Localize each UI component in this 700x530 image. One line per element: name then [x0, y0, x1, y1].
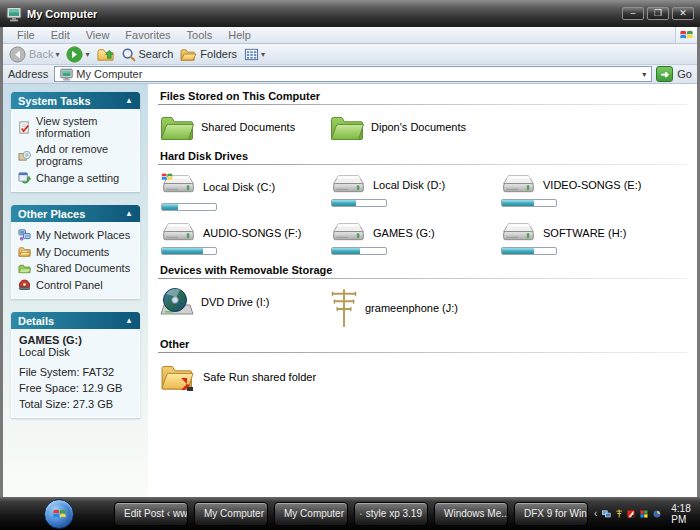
disk-usage-bar [331, 199, 387, 207]
sidebar-item-view-system-information[interactable]: View system information [14, 113, 137, 141]
sidebar-item-shared-documents[interactable]: Shared Documents [14, 260, 137, 276]
folder-icon [360, 509, 362, 519]
device-item-dvd-drive[interactable]: DVD Drive (I:) [160, 287, 330, 329]
section-hard-disk-drives: Hard Disk Drives Local Disk (C:) [158, 148, 687, 255]
menu-edit[interactable]: Edit [43, 29, 78, 41]
sidebar-item-control-panel[interactable]: Control Panel [14, 276, 137, 293]
drive-item-g[interactable]: GAMES (G:) [330, 221, 500, 255]
search-button[interactable]: Search [121, 47, 174, 62]
other-places-header[interactable]: Other Places ▲ [11, 205, 140, 222]
drive-icon [160, 221, 196, 244]
views-dropdown-icon[interactable]: ▾ [261, 50, 265, 59]
details-total-size: Total Size: 27.3 GB [19, 398, 132, 410]
kaspersky-tray-icon[interactable] [627, 509, 635, 519]
disk-usage-bar [161, 247, 217, 255]
folder-item-dipons-documents[interactable]: Dipon's Documents [330, 113, 500, 141]
menu-help[interactable]: Help [220, 29, 259, 41]
taskbar-button-label: DFX 9 for Win... [524, 508, 588, 519]
drive-icon [330, 173, 366, 196]
taskbar-button-edit-post[interactable]: Edit Post ‹ ww... [114, 502, 188, 526]
system-tasks-header[interactable]: System Tasks ▲ [11, 92, 140, 109]
drive-item-h[interactable]: SOFTWARE (H:) [500, 221, 670, 255]
window-title: My Computer [27, 8, 619, 20]
item-label: VIDEO-SONGS (E:) [543, 179, 641, 191]
back-button[interactable]: Back ▾ [9, 46, 59, 63]
taskbar-button-style-xp[interactable]: style xp 3.19 [354, 502, 428, 526]
my-documents-icon [18, 245, 31, 258]
drive-item-c[interactable]: Local Disk (C:) [160, 173, 330, 211]
title-bar[interactable]: My Computer – ❐ ✕ [0, 0, 700, 27]
system-tasks-body: View system information Add or remove pr… [11, 109, 140, 192]
windows-flag-icon [52, 507, 67, 521]
section-files-stored: Files Stored on This Computer Shared Doc… [158, 88, 687, 141]
menu-favorites[interactable]: Favorites [117, 29, 178, 41]
network-tray-icon[interactable] [602, 509, 611, 519]
sidebar-item-change-a-setting[interactable]: Change a setting [14, 169, 137, 186]
sidebar-item-label: Shared Documents [36, 262, 130, 274]
item-label: Shared Documents [201, 121, 295, 133]
taskbar-button-windows-media[interactable]: Windows Me... [434, 502, 508, 526]
device-item-grameenphone[interactable]: grameenphone (J:) [330, 287, 500, 329]
windows-flag-icon [679, 28, 694, 42]
details-body: GAMES (G:) Local Disk File System: FAT32… [11, 329, 140, 418]
windows-flag-tray-icon[interactable] [640, 509, 648, 519]
folders-button[interactable]: Folders [180, 47, 237, 62]
go-button[interactable]: ➜ [656, 66, 673, 82]
folder-item-safe-run[interactable]: Safe Run shared folder [160, 361, 330, 393]
taskbar: Edit Post ‹ ww... My Computer My Compute… [0, 497, 700, 530]
views-button[interactable]: ▾ [244, 47, 265, 62]
collapse-arrow-icon[interactable]: ▲ [125, 96, 133, 105]
windows-logo [675, 27, 697, 43]
disk-usage-bar [501, 247, 557, 255]
disk-usage-bar [331, 247, 387, 255]
address-input[interactable]: My Computer ▾ [54, 66, 652, 82]
item-label: SOFTWARE (H:) [543, 227, 626, 239]
item-label: Safe Run shared folder [203, 371, 316, 383]
collapse-arrow-icon[interactable]: ▲ [125, 209, 133, 218]
sidebar-item-add-remove-programs[interactable]: Add or remove programs [14, 141, 137, 169]
tray-expand-icon[interactable]: ‹ [594, 508, 597, 519]
system-info-icon [18, 121, 31, 134]
section-removable-storage: Devices with Removable Storage DVD Drive… [158, 262, 687, 329]
collapse-arrow-icon[interactable]: ▲ [125, 316, 133, 325]
close-button[interactable]: ✕ [672, 7, 694, 20]
sidebar-item-label: My Network Places [36, 229, 130, 241]
views-grid-icon [244, 47, 259, 62]
back-label: Back [29, 48, 53, 60]
swirl-tray-icon[interactable] [653, 509, 661, 519]
menu-tools[interactable]: Tools [179, 29, 221, 41]
details-drive-name: GAMES (G:) [19, 334, 132, 346]
restore-button[interactable]: ❐ [647, 7, 669, 20]
minimize-button[interactable]: – [622, 7, 644, 20]
taskbar-clock[interactable]: 4:18 PM [671, 503, 700, 525]
taskbar-button-my-computer-1[interactable]: My Computer [194, 502, 268, 526]
taskbar-button-label: My Computer [204, 508, 264, 519]
drive-item-f[interactable]: AUDIO-SONGS (F:) [160, 221, 330, 255]
taskbar-button-my-computer-2[interactable]: My Computer [274, 502, 348, 526]
address-bar: Address My Computer ▾ ➜ Go [3, 65, 697, 84]
details-header[interactable]: Details ▲ [11, 312, 140, 329]
address-dropdown-icon[interactable]: ▾ [639, 70, 649, 79]
sidebar-item-label: Control Panel [36, 279, 103, 291]
antenna-tray-icon[interactable] [616, 508, 622, 519]
drive-item-d[interactable]: Local Disk (D:) [330, 173, 500, 211]
start-button[interactable] [44, 499, 74, 529]
sidebar-item-my-network-places[interactable]: My Network Places [14, 226, 137, 243]
network-places-icon [18, 228, 31, 241]
system-tasks-title: System Tasks [18, 95, 91, 107]
menu-view[interactable]: View [78, 29, 118, 41]
menu-file[interactable]: File [9, 29, 43, 41]
folder-item-shared-documents[interactable]: Shared Documents [160, 113, 330, 141]
forward-dropdown-icon[interactable]: ▾ [85, 50, 89, 59]
details-panel: Details ▲ GAMES (G:) Local Disk File Sys… [11, 312, 140, 418]
drive-item-e[interactable]: VIDEO-SONGS (E:) [500, 173, 670, 211]
up-button[interactable] [97, 46, 114, 63]
sidebar-item-my-documents[interactable]: My Documents [14, 243, 137, 260]
window-body: File Edit View Favorites Tools Help Back… [0, 27, 700, 497]
forward-button[interactable]: ▾ [66, 46, 89, 63]
drive-icon [330, 221, 366, 244]
back-dropdown-icon[interactable]: ▾ [55, 50, 59, 59]
taskbar-button-dfx[interactable]: DFX 9 for Win... [514, 502, 588, 526]
windows-flag-icon [161, 171, 173, 183]
section-divider [158, 352, 687, 353]
